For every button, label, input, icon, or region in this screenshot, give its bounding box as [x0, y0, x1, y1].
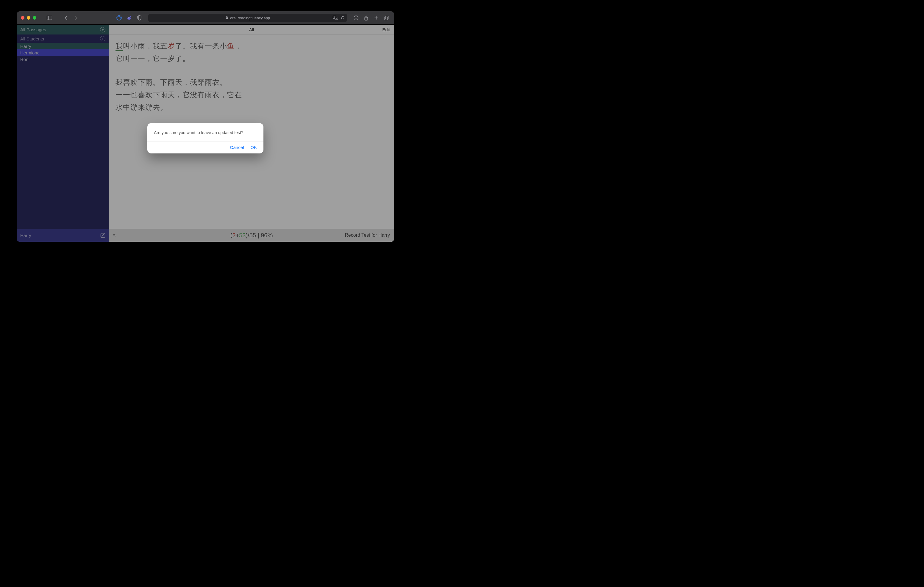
error-char: 鱼: [227, 42, 234, 50]
student-item-hermione[interactable]: Hermione: [16, 49, 109, 56]
svg-text:A: A: [336, 18, 337, 19]
ok-button[interactable]: OK: [250, 145, 257, 150]
titlebar: oral.readingfluency.app 文A: [16, 11, 394, 25]
score-correct: 53: [239, 232, 246, 238]
sidebar: All Passages + All Students + Harry Herm…: [16, 25, 109, 242]
nav-buttons: [63, 14, 80, 21]
add-student-icon[interactable]: +: [100, 36, 106, 41]
dialog-buttons: Cancel OK: [147, 141, 264, 153]
reload-icon[interactable]: [340, 16, 345, 20]
address-bar[interactable]: oral.readingfluency.app 文A: [148, 14, 347, 22]
dialog-message: Are you sure you want to leave an update…: [147, 123, 264, 141]
forward-button: [73, 14, 80, 21]
passage-line-2: 它叫一一，它一岁了。: [116, 53, 257, 65]
svg-rect-18: [386, 16, 389, 19]
error-char: 岁: [168, 42, 175, 50]
students-header[interactable]: All Students +: [16, 35, 109, 43]
student-name: Ron: [20, 57, 28, 62]
students-label: All Students: [20, 36, 44, 41]
extension-icon[interactable]: [125, 14, 133, 21]
svg-point-7: [129, 18, 130, 18]
svg-line-9: [130, 16, 131, 17]
new-tab-icon[interactable]: [373, 14, 380, 21]
underlined-char: 我: [116, 42, 123, 51]
wave-icon[interactable]: ≈: [113, 232, 116, 239]
zoom-window-button[interactable]: [33, 16, 36, 20]
svg-rect-0: [47, 16, 52, 20]
shield-icon[interactable]: [136, 14, 143, 21]
passage-line-4: 一一也喜欢下雨天，它没有雨衣，它在: [116, 89, 257, 101]
tabs-icon[interactable]: [383, 14, 390, 21]
svg-rect-17: [384, 17, 388, 20]
svg-line-8: [128, 16, 128, 17]
edit-button[interactable]: Edit: [382, 27, 390, 32]
share-icon[interactable]: [363, 14, 370, 21]
minimize-window-button[interactable]: [27, 16, 30, 20]
downloads-icon[interactable]: [353, 14, 360, 21]
student-item-ron[interactable]: Ron: [16, 56, 109, 62]
browser-window: oral.readingfluency.app 文A: [16, 11, 394, 242]
confirm-dialog: Are you sure you want to leave an update…: [147, 123, 264, 153]
main-footer: ≈ (2+53)/55 | 96% Record Test for Harry: [109, 229, 394, 242]
extension-icons: [116, 14, 143, 21]
score-display: (2+53)/55 | 96%: [230, 232, 273, 239]
close-window-button[interactable]: [21, 16, 25, 20]
student-item-harry[interactable]: Harry: [16, 43, 109, 49]
back-button[interactable]: [63, 14, 70, 21]
sidebar-footer: Harry: [16, 229, 109, 242]
student-name: Harry: [20, 44, 31, 49]
tab-all[interactable]: All: [249, 27, 254, 32]
passage-line-5: 水中游来游去。: [116, 101, 257, 113]
onepassword-icon[interactable]: [116, 14, 123, 21]
svg-text:文: 文: [334, 16, 335, 18]
url-text: oral.readingfluency.app: [230, 16, 270, 20]
svg-rect-19: [101, 233, 105, 237]
main-header: All Edit: [109, 25, 394, 35]
svg-point-5: [127, 17, 131, 20]
add-passage-icon[interactable]: +: [100, 27, 106, 33]
svg-rect-10: [226, 18, 228, 19]
passage-text[interactable]: 我我叫小雨，我五叫小雨，我五岁了。我有一条小鱼， 它叫一一，它一岁了。 我喜欢下…: [109, 35, 264, 119]
passages-header[interactable]: All Passages +: [16, 25, 109, 35]
edit-student-icon[interactable]: [100, 233, 106, 238]
translate-icon[interactable]: 文A: [333, 16, 338, 20]
student-name: Hermione: [20, 50, 40, 55]
right-toolbar: [353, 14, 390, 21]
score-pct: 96%: [261, 232, 273, 238]
cancel-button[interactable]: Cancel: [230, 145, 244, 150]
passage-line-1: 我我叫小雨，我五叫小雨，我五岁了。我有一条小鱼，: [116, 40, 257, 53]
passages-label: All Passages: [20, 27, 46, 32]
sidebar-toggle-icon[interactable]: [46, 14, 53, 21]
record-test-button[interactable]: Record Test for Harry: [345, 233, 390, 238]
svg-point-6: [128, 18, 129, 18]
lock-icon: [225, 16, 228, 20]
passage-line-3: 我喜欢下雨。下雨天，我穿雨衣。: [116, 76, 257, 89]
score-errors: 2: [232, 232, 236, 238]
window-controls: [21, 16, 36, 20]
current-student-name: Harry: [20, 233, 31, 238]
